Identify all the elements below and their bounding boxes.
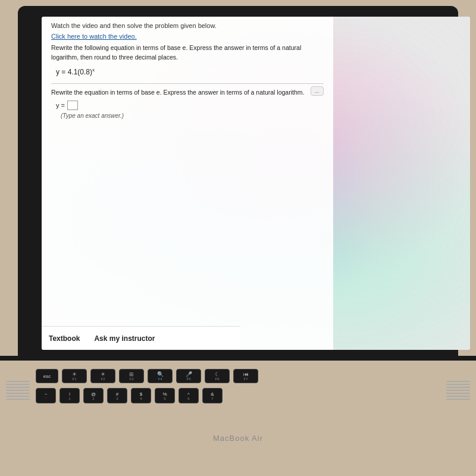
key-f7-label: F7	[243, 377, 248, 381]
speaker-hole	[446, 384, 470, 385]
key-caret-symbol: ^	[187, 392, 190, 397]
key-f1-symbol: ☀	[72, 371, 77, 377]
answer-input-box[interactable]	[67, 101, 78, 110]
key-f7-symbol: ⏮	[243, 371, 249, 377]
speaker-hole	[446, 387, 470, 388]
key-f4-symbol: 🔍	[157, 371, 164, 377]
key-f2-label: F2	[101, 377, 105, 381]
key-tilde-label: `	[45, 397, 46, 400]
key-f4-label: F4	[158, 377, 162, 381]
key-caret[interactable]: ^ 6	[178, 388, 199, 403]
key-at-label: 2	[92, 397, 94, 400]
main-instruction-text: Rewrite the following equation in terms …	[51, 43, 324, 62]
speaker-hole	[446, 381, 470, 382]
key-tilde-symbol: ~	[45, 392, 48, 397]
key-f2[interactable]: ☀ F2	[90, 369, 115, 383]
keyboard-fn-row: esc ☀ F1 ☀ F2 ⊞ F3 🔍 F4 🎤 F5	[36, 369, 440, 383]
speaker-hole	[446, 396, 470, 397]
speaker-hole	[446, 393, 470, 394]
key-hash-label: 3	[116, 397, 118, 400]
key-f5-label: F5	[186, 377, 190, 381]
key-percent-symbol: %	[162, 392, 167, 397]
content-panel: Watch the video and then solve the probl…	[42, 17, 333, 350]
key-percent-label: 5	[164, 397, 165, 400]
keyboard-area: esc ☀ F1 ☀ F2 ⊞ F3 🔍 F4 🎤 F5	[36, 369, 440, 470]
key-f4[interactable]: 🔍 F4	[148, 369, 173, 383]
key-dollar-label: 4	[140, 397, 142, 400]
key-percent[interactable]: % 5	[155, 388, 175, 403]
divider	[51, 83, 324, 84]
key-at-symbol: @	[91, 392, 96, 397]
key-ampersand-label: 7	[211, 397, 213, 400]
key-exclaim-symbol: !	[69, 392, 70, 397]
exponent: x	[92, 67, 95, 73]
screen-bezel: Watch the video and then solve the probl…	[18, 6, 458, 357]
key-f3-symbol: ⊞	[129, 371, 134, 377]
speaker-hole	[6, 390, 30, 391]
key-ampersand-symbol: &	[211, 392, 214, 397]
key-exclaim-label: 1	[68, 397, 70, 400]
key-f5-symbol: 🎤	[186, 371, 192, 377]
speaker-hole	[6, 387, 30, 388]
speaker-left	[6, 381, 30, 416]
key-esc-label: esc	[43, 374, 51, 379]
more-options-button[interactable]: ...	[311, 86, 324, 96]
speaker-hole	[6, 381, 30, 382]
speaker-hole	[446, 399, 470, 400]
key-f6-symbol: ☾	[215, 371, 220, 377]
key-dollar-symbol: $	[140, 392, 142, 397]
key-f3-label: F3	[129, 377, 133, 381]
screen-content: Watch the video and then solve the probl…	[42, 17, 470, 350]
speaker-hole	[446, 390, 470, 391]
key-at[interactable]: @ 2	[83, 388, 104, 403]
hint-text: (Type an exact answer.)	[61, 112, 324, 119]
key-tilde[interactable]: ~ `	[36, 388, 56, 403]
answer-label: y =	[56, 102, 65, 109]
key-f6-label: F6	[215, 377, 219, 381]
bottom-toolbar: Textbook Ask my instructor	[42, 326, 240, 350]
key-f5[interactable]: 🎤 F5	[176, 369, 201, 383]
speaker-hole	[6, 396, 30, 397]
key-dollar[interactable]: $ 4	[131, 388, 151, 403]
speaker-hole	[6, 399, 30, 400]
watch-video-link[interactable]: Click here to watch the video.	[51, 33, 324, 40]
speaker-right	[446, 381, 470, 416]
key-hash[interactable]: # 3	[107, 388, 127, 403]
speaker-hole	[6, 384, 30, 385]
speaker-hole	[6, 393, 30, 394]
ask-instructor-button[interactable]: Ask my instructor	[94, 332, 155, 345]
key-f7[interactable]: ⏮ F7	[233, 369, 258, 383]
laptop-hinge	[0, 356, 476, 361]
laptop-body: Watch the video and then solve the probl…	[0, 0, 476, 476]
top-instruction-text: Watch the video and then solve the probl…	[51, 21, 324, 30]
key-caret-label: 6	[187, 397, 189, 400]
key-f1-label: F1	[72, 377, 76, 381]
key-f3[interactable]: ⊞ F3	[119, 369, 144, 383]
key-esc[interactable]: esc	[36, 369, 58, 383]
key-f2-symbol: ☀	[101, 371, 105, 377]
key-hash-symbol: #	[116, 392, 118, 397]
equation-text: y = 4.1(0.8)x	[56, 68, 95, 76]
key-exclaim[interactable]: ! 1	[60, 388, 80, 403]
textbook-button[interactable]: Textbook	[49, 332, 80, 345]
key-f6[interactable]: ☾ F6	[205, 369, 230, 383]
sub-instruction-text: Rewrite the equation in terms of base e.…	[51, 89, 324, 96]
answer-row: y =	[56, 101, 324, 110]
key-f1[interactable]: ☀ F1	[62, 369, 87, 383]
given-equation: y = 4.1(0.8)x	[56, 67, 324, 76]
key-ampersand[interactable]: & 7	[202, 388, 223, 403]
keyboard-char-row: ~ ` ! 1 @ 2 # 3 $ 4 % 5	[36, 388, 440, 403]
